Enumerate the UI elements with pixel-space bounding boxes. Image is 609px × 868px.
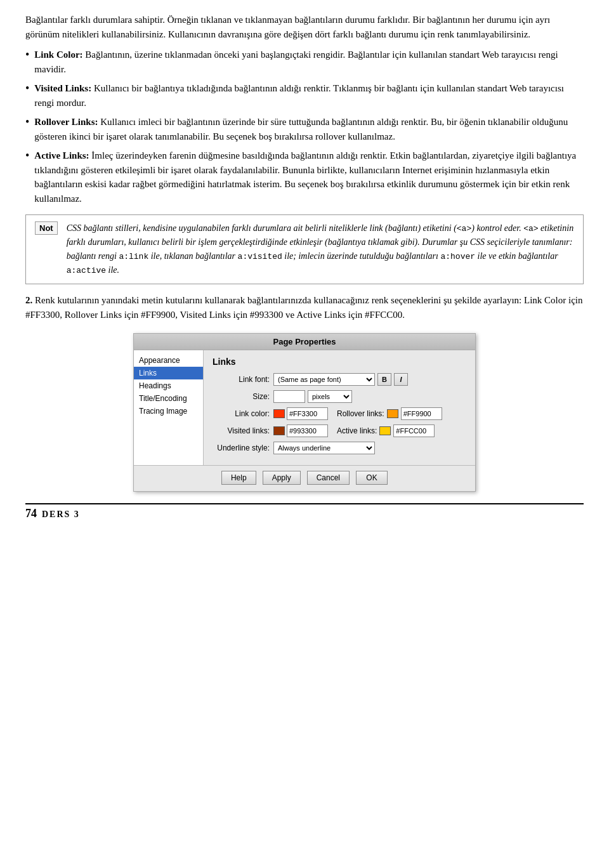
active-color-swatch[interactable] <box>379 426 391 435</box>
size-input-group: pixels <box>273 390 352 403</box>
note-text: CSS bağlantı stilleri, kendisine uygulan… <box>67 221 574 277</box>
visited-color-row: Visited links: Active links: <box>213 424 466 437</box>
bullet-dot-4: • <box>25 147 29 164</box>
bold-button[interactable]: B <box>377 373 391 386</box>
page-properties-dialog: Page Properties Appearance Links Heading… <box>133 333 476 492</box>
list-item-text-4: Active Links: İmleç üzerindeyken farenin… <box>34 148 584 206</box>
link-color-swatch[interactable] <box>273 409 285 418</box>
bullet-label-link-color: Link Color: <box>34 49 82 60</box>
link-font-select[interactable]: (Same as page font) <box>273 373 375 386</box>
section2-paragraph: 2. Renk kutularının yanındaki metin kutu… <box>25 293 584 322</box>
underline-style-label: Underline style: <box>213 444 270 452</box>
visited-links-label: Visited links: <box>213 426 270 435</box>
section2-num: 2. <box>25 295 32 305</box>
dialog-content: Links Link font: (Same as page font) B I… <box>204 350 475 465</box>
sidebar-item-headings[interactable]: Headings <box>134 379 203 392</box>
section2-text: Renk kutularının yanındaki metin kutular… <box>25 295 582 320</box>
size-label: Size: <box>213 392 270 401</box>
active-links-label: Active links: <box>337 426 377 435</box>
sidebar-item-links[interactable]: Links <box>134 367 203 379</box>
size-input[interactable] <box>273 390 305 403</box>
bullet-list: • Link Color: Bağlantının, üzerine tıkla… <box>25 48 584 206</box>
sidebar-item-title-encoding[interactable]: Title/Encoding <box>134 392 203 405</box>
rollover-links-label: Rollover links: <box>337 409 384 418</box>
link-color-input[interactable] <box>287 407 328 420</box>
size-row: Size: pixels <box>213 390 466 403</box>
link-font-input-group: (Same as page font) B I <box>273 373 408 386</box>
list-item-text-2: Visited Links: Kullanıcı bir bağlantıya … <box>34 81 584 110</box>
list-item-link-color: • Link Color: Bağlantının, üzerine tıkla… <box>25 48 584 76</box>
list-item-text: Link Color: Bağlantının, üzerine tıklanm… <box>34 48 584 76</box>
cancel-button[interactable]: Cancel <box>307 471 350 485</box>
link-font-row: Link font: (Same as page font) B I <box>213 373 466 386</box>
visited-color-group <box>273 424 328 437</box>
list-item-text-3: Rollover Links: Kullanıcı imleci bir bağ… <box>34 115 584 143</box>
note-box: Not CSS bağlantı stilleri, kendisine uyg… <box>25 214 584 284</box>
sidebar-item-tracing-image[interactable]: Tracing Image <box>134 405 203 418</box>
page-number: 74 <box>25 507 37 520</box>
bullet-dot-3: • <box>25 114 29 131</box>
visited-color-input[interactable] <box>287 424 328 437</box>
italic-button[interactable]: I <box>394 373 408 386</box>
bullet-label-active: Active Links: <box>34 150 89 161</box>
size-unit-select[interactable]: pixels <box>308 390 352 403</box>
sidebar-item-appearance[interactable]: Appearance <box>134 354 203 367</box>
active-label-group: Active links: <box>337 424 435 437</box>
underline-style-select[interactable]: Always underline <box>273 442 375 454</box>
dialog-sidebar: Appearance Links Headings Title/Encoding… <box>134 350 204 465</box>
ok-button[interactable]: OK <box>356 471 388 485</box>
footer-text: DERS 3 <box>42 510 80 520</box>
link-color-group <box>273 407 328 420</box>
page-footer: 74 DERS 3 <box>25 503 584 520</box>
bullet-dot-2: • <box>25 80 29 97</box>
bullet-dot: • <box>25 46 29 63</box>
apply-button[interactable]: Apply <box>263 471 301 485</box>
link-color-label: Link color: <box>213 409 270 418</box>
list-item-rollover-links: • Rollover Links: Kullanıcı imleci bir b… <box>25 115 584 143</box>
dialog-titlebar: Page Properties <box>134 334 475 350</box>
dialog-body: Appearance Links Headings Title/Encoding… <box>134 350 475 465</box>
underline-style-row: Underline style: Always underline <box>213 442 466 454</box>
rollover-label-group: Rollover links: <box>337 407 442 420</box>
rollover-color-swatch[interactable] <box>387 409 398 418</box>
help-button[interactable]: Help <box>221 471 256 485</box>
bullet-label-rollover: Rollover Links: <box>34 117 98 127</box>
bullet-label-visited: Visited Links: <box>34 83 91 93</box>
note-label: Not <box>35 221 58 235</box>
link-font-label: Link font: <box>213 375 270 384</box>
list-item-visited-links: • Visited Links: Kullanıcı bir bağlantıy… <box>25 81 584 110</box>
visited-color-swatch[interactable] <box>273 426 285 435</box>
dialog-section-title: Links <box>213 357 466 367</box>
list-item-active-links: • Active Links: İmleç üzerindeyken faren… <box>25 148 584 206</box>
rollover-color-input[interactable] <box>401 407 442 420</box>
dialog-footer: Help Apply Cancel OK <box>134 465 475 491</box>
active-color-input[interactable] <box>393 424 435 437</box>
link-color-row: Link color: Rollover links: <box>213 407 466 420</box>
intro-paragraph: Bağlantılar farklı durumlara sahiptir. Ö… <box>25 13 584 41</box>
